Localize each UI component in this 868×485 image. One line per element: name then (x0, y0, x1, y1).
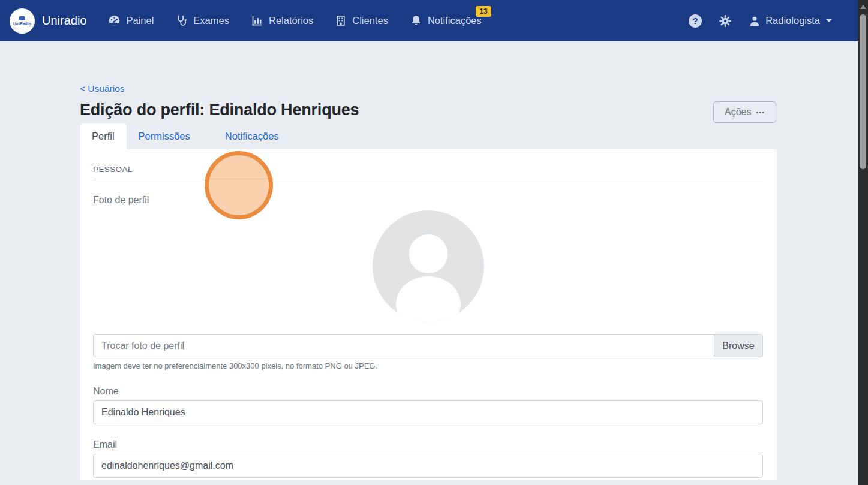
caret-down-icon (826, 19, 832, 22)
uniradio-logo: UniRadio (10, 8, 35, 34)
actions-button-label: Ações (725, 107, 751, 118)
scrollbar-up-arrow-icon[interactable] (860, 5, 866, 9)
notifications-count-badge: 13 (476, 6, 491, 17)
photo-upload-group: Browse (93, 334, 763, 357)
dashboard-icon (108, 14, 121, 27)
nav-item-relatorios[interactable]: Relatórios (251, 14, 313, 27)
tab-bar: Perfil Permissões Notificações (80, 123, 777, 149)
nav-item-label: Notificações (428, 15, 482, 26)
brand-name: Uniradio (42, 14, 86, 28)
nav-item-label: Painel (126, 15, 154, 26)
logo-text: UniRadio (13, 22, 31, 26)
page-title: Edição do perfil: Edinaldo Henriques (80, 101, 777, 119)
avatar-wrap (93, 210, 763, 322)
actions-button[interactable]: Ações ••• (713, 101, 776, 123)
breadcrumb-usuarios-link[interactable]: < Usuários (80, 83, 125, 94)
nav-item-notificacoes[interactable]: Notificações 13 (410, 14, 482, 27)
logo-glyph-icon (19, 16, 25, 20)
email-label: Email (93, 439, 763, 450)
nav-right: ? Radiologista (689, 14, 832, 28)
gear-icon[interactable] (719, 14, 732, 28)
building-icon (335, 14, 347, 27)
bar-chart-icon (251, 14, 263, 27)
main-content: < Usuários Edição do perfil: Edinaldo He… (0, 41, 868, 480)
photo-help-text: Imagem deve ter no preferencialmente 300… (93, 362, 763, 370)
nome-field[interactable] (93, 400, 763, 424)
nav-item-painel[interactable]: Painel (108, 14, 154, 27)
user-icon (749, 15, 761, 27)
photo-upload-input[interactable] (93, 334, 714, 357)
bell-icon (410, 14, 422, 27)
nav-item-label: Exames (193, 15, 229, 26)
tab-permissoes[interactable]: Permissões (127, 123, 202, 149)
browse-button[interactable]: Browse (714, 334, 763, 357)
tab-perfil[interactable]: Perfil (80, 123, 127, 149)
photo-label: Foto de perfil (93, 195, 763, 206)
page-scrollbar[interactable] (858, 0, 868, 485)
brand[interactable]: UniRadio Uniradio (10, 8, 86, 34)
nome-label: Nome (93, 386, 763, 397)
top-navbar: UniRadio Uniradio Painel Exames (0, 0, 868, 41)
stethoscope-icon (175, 14, 188, 27)
nav-item-label: Relatórios (269, 15, 313, 26)
nav-item-exames[interactable]: Exames (175, 14, 229, 27)
ellipsis-icon: ••• (756, 109, 765, 116)
scrollbar-thumb[interactable] (860, 14, 866, 169)
profile-card: PESSOAL Foto de perfil Browse Imagem dev… (80, 149, 777, 480)
nav-item-label: Clientes (352, 15, 388, 26)
nav-items: Painel Exames Relatórios (108, 14, 481, 27)
avatar-placeholder (373, 210, 484, 322)
email-field[interactable] (93, 454, 763, 478)
nav-item-clientes[interactable]: Clientes (335, 14, 388, 27)
help-icon[interactable]: ? (689, 14, 702, 28)
tab-notificacoes[interactable]: Notificações (213, 123, 291, 149)
section-header-pessoal: PESSOAL (93, 165, 763, 179)
user-menu[interactable]: Radiologista (749, 15, 832, 27)
user-menu-label: Radiologista (765, 15, 820, 26)
